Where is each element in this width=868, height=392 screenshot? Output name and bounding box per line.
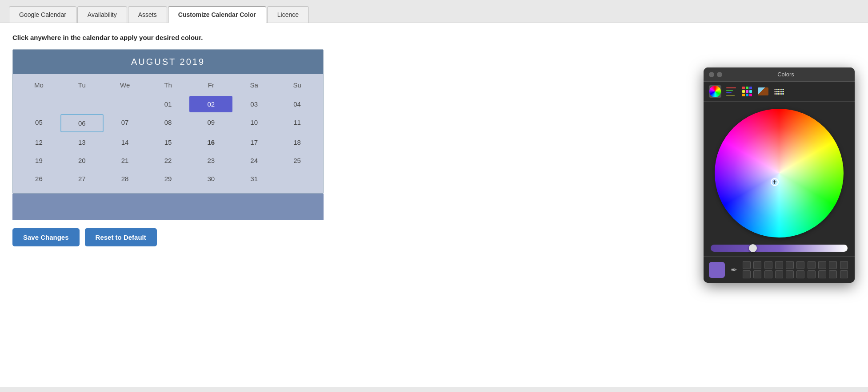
swatch-11[interactable] <box>743 270 751 278</box>
day-21[interactable]: 21 <box>104 152 147 169</box>
swatches-grid <box>743 261 849 278</box>
swatch-15[interactable] <box>786 270 794 278</box>
day-09[interactable]: 09 <box>189 114 232 132</box>
brightness-slider-track[interactable] <box>711 245 848 252</box>
day-07[interactable]: 07 <box>104 114 147 132</box>
swatch-7[interactable] <box>808 261 816 269</box>
swatch-14[interactable] <box>775 270 783 278</box>
swatch-20[interactable] <box>840 270 848 278</box>
tab-licence[interactable]: Licence <box>267 6 309 23</box>
swatch-16[interactable] <box>796 270 804 278</box>
calendar-header: AUGUST 2019 <box>13 50 323 74</box>
pencils-icon <box>774 89 784 95</box>
day-23[interactable]: 23 <box>189 152 232 169</box>
swatch-1[interactable] <box>743 261 751 269</box>
pencils-tool-icon[interactable] <box>773 85 785 98</box>
day-empty-1[interactable] <box>17 96 60 112</box>
tab-google-calendar[interactable]: Google Calendar <box>9 6 76 23</box>
day-04[interactable]: 04 <box>276 96 319 112</box>
tab-assets[interactable]: Assets <box>128 6 167 23</box>
day-22[interactable]: 22 <box>147 152 190 169</box>
selected-color-swatch[interactable] <box>709 262 725 278</box>
color-wheel-tool-icon[interactable] <box>709 85 721 98</box>
swatch-3[interactable] <box>764 261 772 269</box>
day-06[interactable]: 06 <box>60 114 104 132</box>
dow-su: Su <box>276 77 319 93</box>
brightness-slider-thumb[interactable] <box>749 244 757 252</box>
day-28[interactable]: 28 <box>104 170 147 187</box>
day-17[interactable]: 17 <box>232 134 276 150</box>
panel-close-dot[interactable] <box>709 72 714 77</box>
palette-grid-tool-icon[interactable] <box>741 85 753 98</box>
dow-mo: Mo <box>17 77 60 93</box>
swatch-9[interactable] <box>829 261 837 269</box>
day-08[interactable]: 08 <box>147 114 190 132</box>
tabs-bar: Google Calendar Availability Assets Cust… <box>0 0 868 23</box>
main-content: Click anywhere in the calendar to apply … <box>0 23 868 387</box>
swatch-18[interactable] <box>818 270 826 278</box>
day-05[interactable]: 05 <box>17 114 60 132</box>
swatch-8[interactable] <box>818 261 826 269</box>
day-empty-3[interactable] <box>104 96 147 112</box>
calendar[interactable]: AUGUST 2019 Mo Tu We Th Fr Sa Su 01 02 0… <box>12 49 324 194</box>
swatch-4[interactable] <box>775 261 783 269</box>
day-18[interactable]: 18 <box>276 134 319 150</box>
day-14[interactable]: 14 <box>104 134 147 150</box>
tab-availability[interactable]: Availability <box>77 6 127 23</box>
day-31[interactable]: 31 <box>232 170 276 187</box>
eyedropper-icon[interactable]: ✒ <box>728 265 739 275</box>
swatch-17[interactable] <box>808 270 816 278</box>
swatch-5[interactable] <box>786 261 794 269</box>
day-26[interactable]: 26 <box>17 170 60 187</box>
swatch-2[interactable] <box>753 261 761 269</box>
panel-titlebar: Colors <box>704 67 855 82</box>
swatch-13[interactable] <box>764 270 772 278</box>
swatch-10[interactable] <box>840 261 848 269</box>
dow-fr: Fr <box>189 77 232 93</box>
color-wheel[interactable] <box>715 109 844 238</box>
save-button[interactable]: Save Changes <box>12 228 80 246</box>
day-24[interactable]: 24 <box>232 152 276 169</box>
day-02[interactable]: 02 <box>189 96 232 112</box>
instruction-text: Click anywhere in the calendar to apply … <box>12 34 856 41</box>
day-empty-end[interactable] <box>276 170 319 187</box>
day-16[interactable]: 16 <box>189 134 232 150</box>
panel-title: Colors <box>722 71 849 78</box>
dow-tu: Tu <box>60 77 104 93</box>
day-30[interactable]: 30 <box>189 170 232 187</box>
palette-grid-icon <box>742 87 752 96</box>
day-25[interactable]: 25 <box>276 152 319 169</box>
day-03[interactable]: 03 <box>232 96 276 112</box>
swatch-12[interactable] <box>753 270 761 278</box>
day-10[interactable]: 10 <box>232 114 276 132</box>
calendar-dow-row: Mo Tu We Th Fr Sa Su <box>17 77 319 93</box>
day-15[interactable]: 15 <box>147 134 190 150</box>
tab-customize-calendar-color[interactable]: Customize Calendar Color <box>168 6 266 23</box>
sliders-icon <box>726 87 736 95</box>
swatch-6[interactable] <box>796 261 804 269</box>
sliders-tool-icon[interactable] <box>725 85 737 98</box>
day-13[interactable]: 13 <box>60 134 104 150</box>
day-27[interactable]: 27 <box>60 170 104 187</box>
panel-minimize-dot[interactable] <box>717 72 722 77</box>
day-11[interactable]: 11 <box>276 114 319 132</box>
day-20[interactable]: 20 <box>60 152 104 169</box>
color-wheel-container[interactable] <box>704 102 855 245</box>
dow-we: We <box>104 77 147 93</box>
day-01[interactable]: 01 <box>147 96 190 112</box>
image-tool-icon[interactable] <box>757 85 769 98</box>
reset-button[interactable]: Reset to Default <box>85 228 157 246</box>
panel-toolbar <box>704 82 855 102</box>
colors-panel: Colors <box>704 67 855 283</box>
color-bar[interactable] <box>12 194 324 220</box>
calendar-week-5: 26 27 28 29 30 31 <box>17 170 319 187</box>
day-empty-2[interactable] <box>60 96 104 112</box>
day-29[interactable]: 29 <box>147 170 190 187</box>
day-12[interactable]: 12 <box>17 134 60 150</box>
brightness-slider-row <box>704 245 855 256</box>
color-wheel-cursor[interactable] <box>771 178 779 186</box>
calendar-week-1: 01 02 03 04 <box>17 96 319 112</box>
color-wheel-mini-icon <box>709 86 721 97</box>
swatch-19[interactable] <box>829 270 837 278</box>
day-19[interactable]: 19 <box>17 152 60 169</box>
